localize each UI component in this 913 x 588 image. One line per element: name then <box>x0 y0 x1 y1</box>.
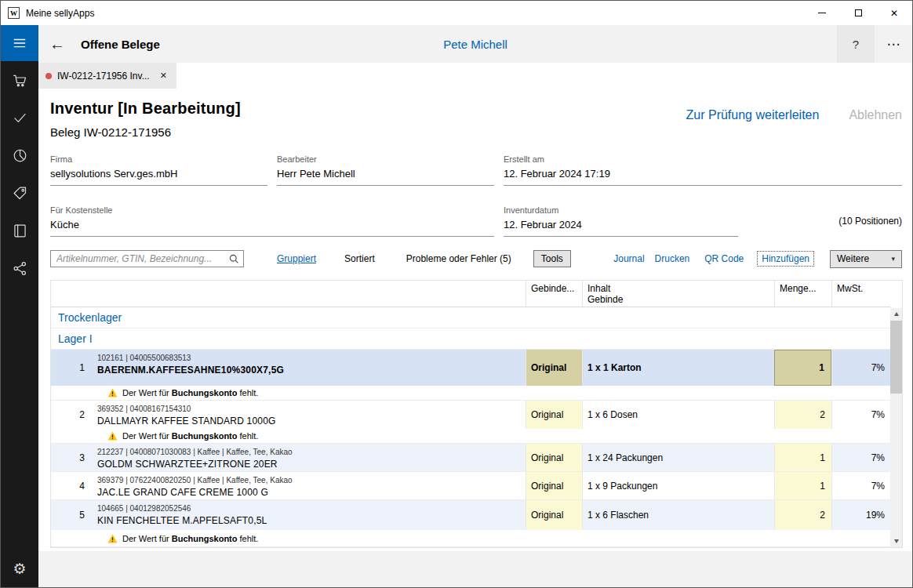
add-item-link[interactable]: Hinzufügen <box>757 251 814 267</box>
row-warning: Der Wert für Buchungskonto fehlt. <box>51 386 890 401</box>
table-row[interactable]: 3 212237 | 04008071030083 | Kaffee | Kaf… <box>51 444 890 472</box>
table-row[interactable]: 5 104665 | 04012982052546 KIN FENCHELTEE… <box>51 500 890 530</box>
header-mwst[interactable]: MwSt. <box>831 281 890 307</box>
vertical-scrollbar[interactable] <box>890 308 902 547</box>
search-button[interactable] <box>224 251 243 267</box>
article-cell: 102161 | 04005500683513 BAERENM.KAFFEESA… <box>92 350 526 386</box>
field-value[interactable]: Herr Pete Michell <box>277 168 494 186</box>
header-inhalt-gebinde[interactable]: Inhalt Gebinde <box>582 281 774 307</box>
mwst-cell: 7% <box>831 350 890 386</box>
reject-link[interactable]: Ablehnen <box>849 108 902 122</box>
more-options-button[interactable]: ⋯ <box>875 25 912 63</box>
group-row-lager-i[interactable]: Lager I <box>51 328 890 350</box>
article-meta: 212237 | 04008071030083 | Kaffee | Kaffe… <box>97 448 526 456</box>
search-icon <box>228 253 239 264</box>
problems-filter-link[interactable]: Probleme oder Fehler (5) <box>406 253 511 264</box>
print-link[interactable]: Drucken <box>655 253 690 264</box>
mwst-cell: 7% <box>831 472 890 499</box>
row-warning: Der Wert für Buchungskonto fehlt. <box>51 429 890 444</box>
help-icon: ? <box>853 38 859 51</box>
article-name: DALLMAYR KAFFEE STANDARD 1000G <box>97 416 526 426</box>
menge-cell[interactable]: 2 <box>774 401 831 429</box>
field-label: Bearbeiter <box>277 154 494 164</box>
sidebar-item-share[interactable] <box>1 249 38 287</box>
menge-cell[interactable]: 2 <box>774 500 831 530</box>
sort-toggle-link[interactable]: Sortiert <box>344 253 375 264</box>
article-meta: 369352 | 04008167154310 <box>97 405 526 413</box>
scroll-down-button[interactable] <box>890 535 902 547</box>
sidebar-spacer <box>1 287 38 550</box>
sidebar: ⚙ <box>1 25 38 587</box>
article-name: KIN FENCHELTEE M.APFELSAFT0,5L <box>97 515 526 526</box>
gebinde-cell[interactable]: Original <box>526 472 582 499</box>
gebinde-cell[interactable]: Original <box>526 444 582 471</box>
article-meta: 102161 | 04005500683513 <box>97 354 526 362</box>
tab-document[interactable]: IW-0212-171956 Inv... ✕ <box>38 63 176 89</box>
tab-strip: IW-0212-171956 Inv... ✕ <box>38 63 912 89</box>
scrollbar-track[interactable] <box>890 320 902 535</box>
row-warning: Der Wert für Buchungskonto fehlt. <box>51 530 890 547</box>
sidebar-item-journal[interactable] <box>1 212 38 249</box>
qr-code-link[interactable]: QR Code <box>704 253 744 264</box>
group-row-trockenlager[interactable]: Trockenlager <box>51 307 890 328</box>
sidebar-item-tasks[interactable] <box>1 99 38 136</box>
hamburger-menu-button[interactable] <box>1 25 38 61</box>
titlebar: W Meine sellyApps ✕ <box>1 1 912 25</box>
field-value[interactable]: 12. Februar 2024 17:19 <box>504 168 902 186</box>
price-tag-icon <box>12 185 28 201</box>
menge-cell[interactable]: 1 <box>774 444 831 471</box>
article-meta: 369379 | 07622400820250 | Kaffee | Kaffe… <box>97 476 526 485</box>
article-cell: 212237 | 04008071030083 | Kaffee | Kaffe… <box>92 444 526 471</box>
article-cell: 104665 | 04012982052546 KIN FENCHELTEE M… <box>92 500 526 530</box>
dropdown-label: Weitere <box>837 253 869 264</box>
table-row[interactable]: 2 369352 | 04008167154310 DALLMAYR KAFFE… <box>51 401 890 429</box>
inhalt-cell: 1 x 1 Karton <box>582 350 774 386</box>
maximize-icon <box>855 9 862 16</box>
back-button[interactable]: ← <box>38 25 76 63</box>
chevron-down-icon: ▾ <box>891 255 895 263</box>
forward-for-review-link[interactable]: Zur Prüfung weiterleiten <box>686 108 820 122</box>
field-bearbeiter: Bearbeiter Herr Pete Michell <box>277 154 494 186</box>
maximize-button[interactable] <box>840 1 876 25</box>
mwst-cell: 7% <box>831 444 890 471</box>
field-value[interactable]: 12. Februar 2024 <box>504 219 738 237</box>
field-value[interactable]: Küche <box>50 219 494 237</box>
table-body: Trockenlager Lager I 1 102161 | 04005500… <box>51 307 890 547</box>
sidebar-item-settings[interactable]: ⚙ <box>1 550 38 587</box>
tab-close-icon[interactable]: ✕ <box>158 69 169 82</box>
group-toggle-link[interactable]: Gruppiert <box>277 253 316 264</box>
header-gebinde[interactable]: Gebinde... <box>526 281 582 307</box>
scroll-up-button[interactable] <box>890 308 902 320</box>
gebinde-cell[interactable]: Original <box>526 350 582 386</box>
row-number: 3 <box>51 444 92 471</box>
menge-cell[interactable]: 1 <box>774 472 831 499</box>
field-value[interactable]: sellysolutions Serv.ges.mbH <box>50 168 267 186</box>
header-menge[interactable]: Menge... <box>774 281 831 307</box>
inhalt-cell: 1 x 6 Dosen <box>582 401 774 429</box>
arrow-up-icon <box>894 312 899 316</box>
minimize-button[interactable] <box>804 1 840 25</box>
field-label: Für Kostenstelle <box>50 205 494 215</box>
journal-link[interactable]: Journal <box>613 253 644 264</box>
table-row[interactable]: 1 102161 | 04005500683513 BAERENM.KAFFEE… <box>51 350 890 386</box>
table-row[interactable]: 4 369379 | 07622400820250 | Kaffee | Kaf… <box>51 472 890 500</box>
more-actions-dropdown[interactable]: Weitere ▾ <box>830 250 902 268</box>
help-button[interactable]: ? <box>837 25 875 63</box>
sidebar-item-statistics[interactable] <box>1 136 38 174</box>
document-content: Inventur [In Bearbeitung] Beleg IW-0212-… <box>38 89 912 551</box>
search-input[interactable] <box>51 253 224 264</box>
menge-cell[interactable]: 1 <box>774 350 831 386</box>
scrollbar-thumb[interactable] <box>890 321 902 394</box>
gebinde-cell[interactable]: Original <box>526 500 582 530</box>
field-label: Firma <box>50 154 267 164</box>
tools-button[interactable]: Tools <box>533 250 571 267</box>
article-meta: 104665 | 04012982052546 <box>97 504 526 513</box>
share-icon <box>12 260 28 277</box>
close-button[interactable]: ✕ <box>876 1 912 25</box>
sidebar-item-cart[interactable] <box>1 61 38 99</box>
header-row-number <box>51 281 92 307</box>
row-number: 2 <box>51 401 92 429</box>
document-title: Inventur [In Bearbeitung] <box>50 100 241 118</box>
gebinde-cell[interactable]: Original <box>526 401 582 429</box>
sidebar-item-prices[interactable] <box>1 174 38 212</box>
